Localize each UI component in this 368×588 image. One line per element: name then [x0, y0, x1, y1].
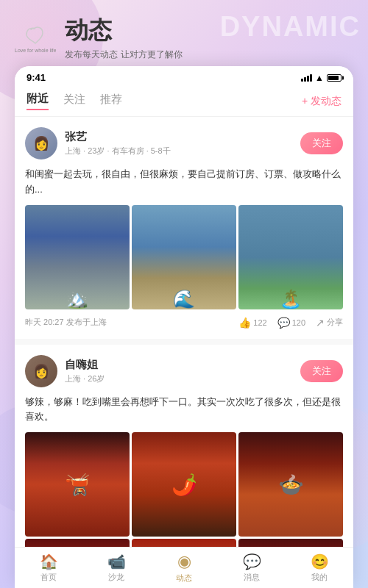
- status-icons: ▲: [301, 73, 342, 83]
- message-icon: 💬: [243, 553, 261, 570]
- salon-icon: 📹: [107, 553, 126, 570]
- like-count: 122: [253, 318, 266, 327]
- nav-home-label: 首页: [40, 572, 57, 583]
- post-header-2: 👩 自嗨姐 上海 · 26岁 关注: [25, 355, 343, 387]
- post-image-5: [132, 432, 236, 537]
- nav-dynamic-label: 动态: [176, 573, 192, 584]
- nav-message[interactable]: 💬 消息: [218, 548, 286, 587]
- like-button[interactable]: 👍 122: [238, 317, 266, 329]
- page-subtitle: 发布每天动态 让对方更了解你: [65, 49, 182, 61]
- dynamic-icon: ◉: [177, 552, 191, 571]
- image-grid: [25, 205, 343, 309]
- nav-salon-label: 沙龙: [108, 572, 124, 583]
- follow-button-2[interactable]: 关注: [300, 360, 343, 382]
- feed-content: 👩 张艺 上海 · 23岁 · 有车有房 · 5-8千 关注 和闺蜜一起去玩，很…: [15, 117, 353, 551]
- nav-mine[interactable]: 😊 我的: [286, 548, 353, 587]
- post-image-3: [238, 205, 343, 309]
- post-time: 昨天 20:27 发布于上海: [25, 317, 238, 328]
- nav-dynamic[interactable]: ◉ 动态: [150, 548, 218, 588]
- follow-button[interactable]: 关注: [300, 132, 343, 154]
- logo: Love for whole life: [15, 23, 56, 53]
- mine-icon: 😊: [311, 553, 329, 570]
- home-icon: 🏠: [40, 553, 58, 570]
- nav-home[interactable]: 🏠 首页: [15, 548, 82, 587]
- post-actions: 👍 122 💬 120 ↗ 分享: [238, 317, 343, 329]
- publish-button[interactable]: + 发动态: [302, 95, 342, 108]
- phone-frame: 9:41 ▲ 附近 关注 推荐 + 发动态 👩: [15, 66, 353, 588]
- bottom-nav: 🏠 首页 📹 沙龙 ◉ 动态 💬 消息 😊 我的: [15, 547, 353, 588]
- comment-count: 120: [292, 318, 305, 327]
- nav-mine-label: 我的: [311, 572, 328, 583]
- post-image-4: [25, 432, 130, 537]
- user-info-2: 自嗨姐 上海 · 26岁: [65, 358, 300, 384]
- post-text-2: 够辣，够麻！吃到嘴里会再想呼下一口。其实一次次吃了很多次，但还是很喜欢。: [25, 395, 343, 426]
- post-image-1: [25, 205, 130, 309]
- like-icon: 👍: [238, 317, 251, 329]
- avatar-2: 👩: [25, 355, 57, 387]
- avatar: 👩: [25, 127, 57, 159]
- share-icon: ↗: [316, 317, 325, 329]
- tab-recommend[interactable]: 推荐: [100, 93, 122, 110]
- wifi-icon: ▲: [315, 73, 324, 83]
- image-grid-2: [25, 432, 343, 551]
- user-info: 张艺 上海 · 23岁 · 有车有房 · 5-8千: [65, 130, 300, 157]
- post-image-2: [132, 205, 236, 309]
- post-card: 👩 张艺 上海 · 23岁 · 有车有房 · 5-8千 关注 和闺蜜一起去玩，很…: [15, 117, 353, 339]
- bg-text: DYNAMIC: [220, 11, 361, 43]
- page-title: 动态: [65, 15, 182, 47]
- status-bar: 9:41 ▲: [15, 66, 353, 86]
- user-meta: 上海 · 23岁 · 有车有房 · 5-8千: [65, 146, 300, 157]
- nav-message-label: 消息: [244, 572, 260, 583]
- post-footer: 昨天 20:27 发布于上海 👍 122 💬 120 ↗ 分享: [25, 317, 343, 329]
- comment-icon: 💬: [277, 317, 290, 329]
- post-text: 和闺蜜一起去玩，很自由，但很麻烦，要自己提前订房、订票、做攻略什么的...: [25, 167, 343, 198]
- user-name-2: 自嗨姐: [65, 358, 300, 372]
- user-meta-2: 上海 · 26岁: [65, 373, 300, 384]
- share-label: 分享: [327, 317, 343, 328]
- post-image-6: [238, 432, 343, 537]
- tab-follow[interactable]: 关注: [63, 93, 85, 110]
- logo-tagline: Love for whole life: [15, 48, 56, 53]
- status-time: 9:41: [26, 72, 46, 83]
- comment-button[interactable]: 💬 120: [277, 317, 305, 329]
- top-tabs: 附近 关注 推荐 + 发动态: [15, 86, 353, 117]
- share-button[interactable]: ↗ 分享: [316, 317, 343, 329]
- battery-icon: [327, 74, 342, 82]
- signal-icon: [301, 74, 312, 82]
- post-header: 👩 张艺 上海 · 23岁 · 有车有房 · 5-8千 关注: [25, 127, 343, 159]
- tab-nearby[interactable]: 附近: [26, 92, 49, 110]
- nav-salon[interactable]: 📹 沙龙: [82, 548, 150, 587]
- user-name: 张艺: [65, 130, 300, 144]
- post-card-2: 👩 自嗨姐 上海 · 26岁 关注 够辣，够麻！吃到嘴里会再想呼下一口。其实一次…: [15, 345, 353, 551]
